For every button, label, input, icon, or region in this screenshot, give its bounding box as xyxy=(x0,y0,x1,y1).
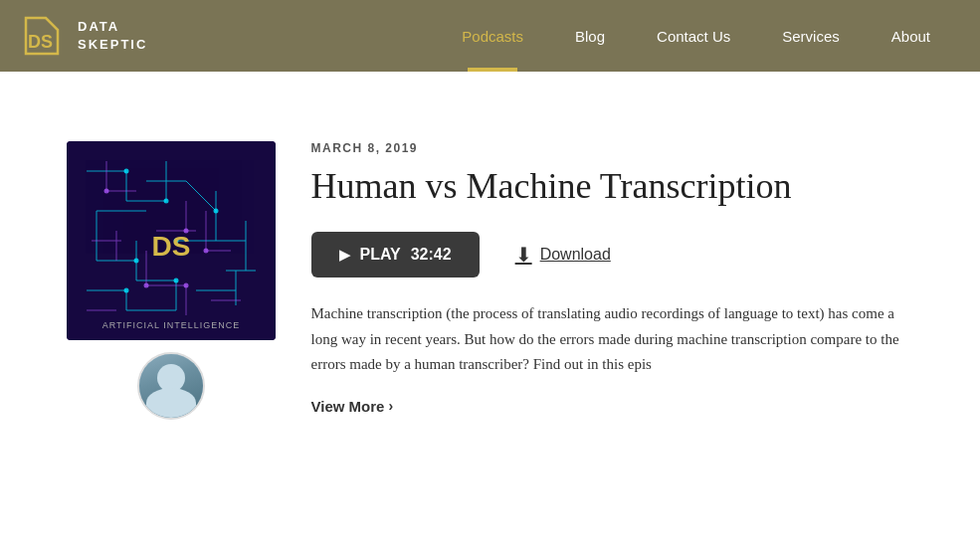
svg-point-47 xyxy=(203,249,208,254)
nav-podcasts[interactable]: Podcasts xyxy=(436,0,549,72)
svg-point-44 xyxy=(173,278,178,283)
right-column: MARCH 8, 2019 Human vs Machine Transcrip… xyxy=(311,141,914,416)
main-nav: Podcasts Blog Contact Us Services About xyxy=(436,0,956,72)
svg-text:ARTIFICIAL INTELLIGENCE: ARTIFICIAL INTELLIGENCE xyxy=(101,320,240,330)
logo-icon: DS xyxy=(16,10,68,62)
header-spacer xyxy=(0,72,980,121)
site-header: DS DATA SKEPTIC Podcasts Blog Contact Us… xyxy=(0,0,980,72)
nav-contact-us[interactable]: Contact Us xyxy=(631,0,756,72)
post-title: Human vs Machine Transcription xyxy=(311,165,914,208)
play-button[interactable]: ▶ PLAY 32:42 xyxy=(311,232,480,278)
player-row: ▶ PLAY 32:42 ⬇ Download xyxy=(311,232,914,278)
left-column: DS ARTIFICIAL INTELLIGENCE xyxy=(67,141,276,420)
avatar xyxy=(137,352,205,420)
play-duration: 32:42 xyxy=(411,246,452,264)
svg-point-49 xyxy=(183,283,188,288)
svg-point-48 xyxy=(143,283,148,288)
view-more-link[interactable]: View More › xyxy=(311,398,394,415)
post-date: MARCH 8, 2019 xyxy=(311,141,914,155)
svg-point-41 xyxy=(133,259,138,264)
svg-text:DS: DS xyxy=(151,231,190,262)
view-more-label: View More xyxy=(311,398,385,415)
play-label: PLAY xyxy=(360,246,401,264)
logo-text: DATA SKEPTIC xyxy=(78,18,147,54)
nav-blog[interactable]: Blog xyxy=(549,0,631,72)
svg-point-38 xyxy=(123,169,128,174)
chevron-right-icon: › xyxy=(388,398,393,414)
svg-point-43 xyxy=(123,288,128,293)
play-icon: ▶ xyxy=(339,247,350,263)
download-link[interactable]: ⬇ Download xyxy=(515,243,611,267)
svg-point-39 xyxy=(163,199,168,204)
nav-about[interactable]: About xyxy=(866,0,956,72)
main-content: DS ARTIFICIAL INTELLIGENCE MARCH 8, 2019… xyxy=(43,121,938,479)
avatar-placeholder xyxy=(139,354,203,418)
svg-point-40 xyxy=(213,209,218,214)
svg-point-45 xyxy=(103,189,108,194)
post-excerpt: Machine transcription (the process of tr… xyxy=(311,301,914,378)
nav-services[interactable]: Services xyxy=(756,0,866,72)
svg-text:DS: DS xyxy=(28,32,53,52)
download-icon: ⬇ xyxy=(515,243,532,267)
cover-art-svg: DS ARTIFICIAL INTELLIGENCE xyxy=(67,141,276,340)
download-label: Download xyxy=(540,246,611,264)
logo[interactable]: DS DATA SKEPTIC xyxy=(16,10,147,62)
podcast-cover: DS ARTIFICIAL INTELLIGENCE xyxy=(67,141,276,340)
